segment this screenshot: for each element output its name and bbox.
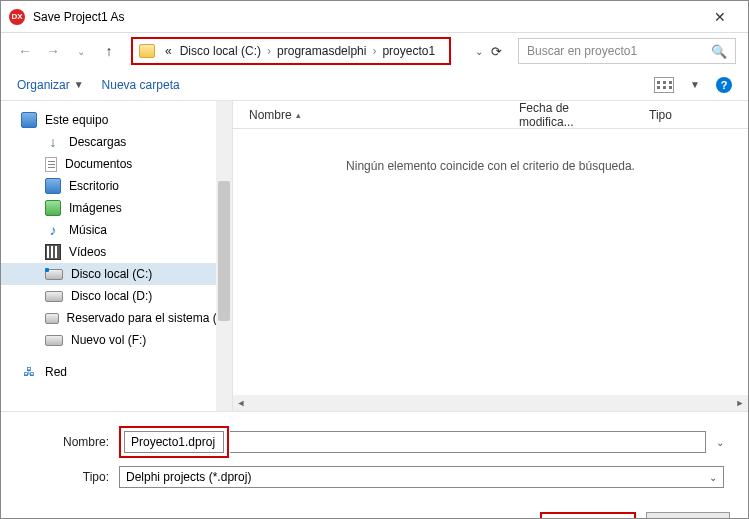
cancel-button[interactable]: Cancelar: [646, 512, 730, 519]
tree-item-music[interactable]: Música: [1, 219, 232, 241]
tree-item-disk-d[interactable]: Disco local (D:): [1, 285, 232, 307]
col-label: Nombre: [249, 108, 292, 122]
chevron-down-icon: ⌄: [709, 472, 717, 483]
col-date[interactable]: Fecha de modifica...: [519, 101, 649, 129]
tree-item-videos[interactable]: Vídeos: [1, 241, 232, 263]
location-dropdown-icon[interactable]: ⌄: [475, 46, 483, 57]
sort-caret-icon: ▴: [296, 110, 301, 120]
tree-scrollbar[interactable]: [216, 101, 232, 411]
document-icon: [45, 157, 57, 172]
organize-label: Organizar: [17, 78, 70, 92]
filetype-label: Tipo:: [25, 470, 109, 484]
save-form: Nombre: ⌄ Tipo: Delphi projects (*.dproj…: [1, 411, 748, 502]
video-icon: [45, 244, 61, 260]
view-options-icon[interactable]: [654, 77, 674, 93]
search-icon: 🔍: [711, 44, 727, 59]
up-button[interactable]: ↑: [97, 39, 121, 63]
app-icon: DX: [9, 9, 25, 25]
column-headers: Nombre▴ Fecha de modifica... Tipo: [233, 101, 748, 129]
folder-icon: [139, 44, 155, 58]
organize-button[interactable]: Organizar ▼: [17, 78, 84, 92]
file-list: Nombre▴ Fecha de modifica... Tipo Ningún…: [233, 101, 748, 411]
filename-dropdown-icon[interactable]: ⌄: [716, 437, 724, 448]
scrollbar-thumb[interactable]: [218, 181, 230, 321]
music-icon: [45, 222, 61, 238]
forward-button[interactable]: →: [41, 39, 65, 63]
breadcrumb-seg-0[interactable]: Disco local (C:): [176, 44, 265, 58]
tree-item-disk-c[interactable]: Disco local (C:): [1, 263, 232, 285]
chevron-right-icon: ›: [370, 44, 378, 58]
tree-item-desktop[interactable]: Escritorio: [1, 175, 232, 197]
tree-label: Vídeos: [69, 245, 106, 259]
tree-label: Disco local (C:): [71, 267, 152, 281]
close-icon[interactable]: ✕: [700, 9, 740, 25]
filename-input-ext[interactable]: [230, 431, 706, 453]
title-bar: DX Save Project1 As ✕: [1, 1, 748, 33]
footer: ˄ Ocultar carpetas Guardar Cancelar: [1, 502, 748, 519]
breadcrumb-seg-1[interactable]: programasdelphi: [273, 44, 370, 58]
new-folder-button[interactable]: Nueva carpeta: [102, 78, 180, 92]
tree-item-images[interactable]: Imágenes: [1, 197, 232, 219]
folder-tree: Este equipo Descargas Documentos Escrito…: [1, 101, 233, 411]
pc-icon: [21, 112, 37, 128]
tree-label: Reservado para el sistema (E:): [67, 311, 232, 325]
filename-input[interactable]: [124, 431, 224, 453]
tree-label: Escritorio: [69, 179, 119, 193]
tree-item-documents[interactable]: Documentos: [1, 153, 232, 175]
col-type[interactable]: Tipo: [649, 108, 696, 122]
filename-label: Nombre:: [25, 435, 109, 449]
tree-item-disk-e[interactable]: Reservado para el sistema (E:): [1, 307, 232, 329]
tree-label: Red: [45, 365, 67, 379]
tree-label: Música: [69, 223, 107, 237]
tree-label: Nuevo vol (F:): [71, 333, 146, 347]
tree-label: Imágenes: [69, 201, 122, 215]
tree-item-disk-f[interactable]: Nuevo vol (F:): [1, 329, 232, 351]
network-icon: [21, 364, 37, 380]
disk-icon: [45, 313, 59, 324]
search-input[interactable]: Buscar en proyecto1 🔍: [518, 38, 736, 64]
images-icon: [45, 200, 61, 216]
filetype-select[interactable]: Delphi projects (*.dproj) ⌄: [119, 466, 724, 488]
chevron-down-icon[interactable]: ▼: [690, 79, 700, 90]
nav-row: ← → ⌄ ↑ « Disco local (C:) › programasde…: [1, 33, 748, 69]
recent-dropdown[interactable]: ⌄: [69, 39, 93, 63]
horizontal-scrollbar[interactable]: ◄ ►: [233, 395, 748, 411]
back-button[interactable]: ←: [13, 39, 37, 63]
scroll-right-icon[interactable]: ►: [732, 395, 748, 411]
empty-message: Ningún elemento coincide con el criterio…: [233, 159, 748, 173]
tree-network[interactable]: Red: [1, 361, 232, 383]
disk-icon: [45, 269, 63, 280]
tree-root-pc[interactable]: Este equipo: [1, 109, 232, 131]
tree-label: Descargas: [69, 135, 126, 149]
search-placeholder: Buscar en proyecto1: [527, 44, 637, 58]
chevron-down-icon: ▼: [74, 79, 84, 90]
tree-item-downloads[interactable]: Descargas: [1, 131, 232, 153]
toolbar: Organizar ▼ Nueva carpeta ▼ ?: [1, 69, 748, 101]
breadcrumb[interactable]: « Disco local (C:) › programasdelphi › p…: [131, 37, 451, 65]
scroll-track[interactable]: [249, 395, 732, 411]
disk-icon: [45, 291, 63, 302]
window-title: Save Project1 As: [33, 10, 700, 24]
desktop-icon: [45, 178, 61, 194]
breadcrumb-prefix: «: [161, 44, 176, 58]
tree-label: Documentos: [65, 157, 132, 171]
download-icon: [45, 134, 61, 150]
refresh-icon[interactable]: ⟳: [491, 44, 502, 59]
filetype-value: Delphi projects (*.dproj): [126, 470, 251, 484]
tree-label: Disco local (D:): [71, 289, 152, 303]
breadcrumb-seg-2[interactable]: proyecto1: [378, 44, 439, 58]
col-name[interactable]: Nombre▴: [249, 108, 519, 122]
scroll-left-icon[interactable]: ◄: [233, 395, 249, 411]
chevron-right-icon: ›: [265, 44, 273, 58]
disk-icon: [45, 335, 63, 346]
help-icon[interactable]: ?: [716, 77, 732, 93]
tree-label: Este equipo: [45, 113, 108, 127]
main-split: Este equipo Descargas Documentos Escrito…: [1, 101, 748, 411]
